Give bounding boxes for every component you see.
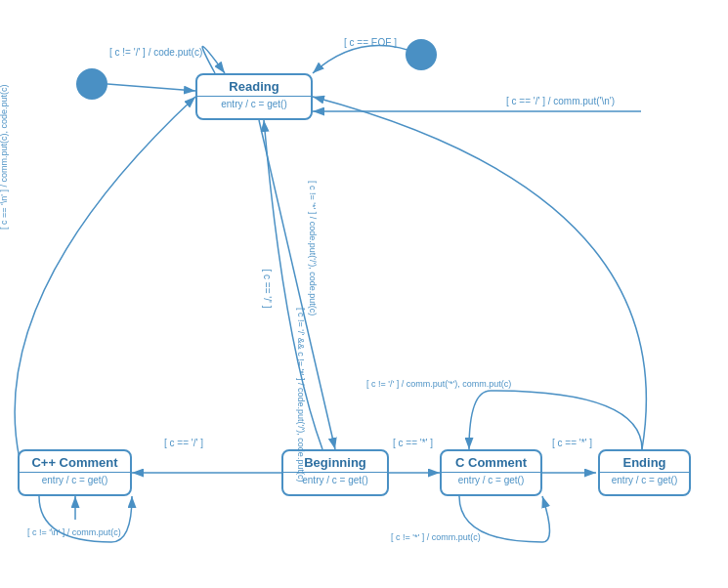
- state-c-comment: C Comment entry / c = get(): [440, 449, 542, 496]
- label-t10: [ c == '\n' ] / comm.put(c), code.put(c): [0, 85, 9, 231]
- label-t7: [ c == '*' ]: [552, 438, 592, 448]
- start-circle-2: [406, 39, 437, 70]
- label-t3: [ c == '/' ] / comm.put('\n'): [506, 96, 615, 106]
- diagram-container: Reading entry / c = get() Beginning entr…: [0, 0, 728, 588]
- arrows-svg: [0, 0, 728, 588]
- label-t13: [ c != '*' ] / code.put('/'), code.put(c…: [308, 181, 318, 315]
- start-circle-1: [76, 68, 107, 100]
- state-reading: Reading entry / c = get(): [195, 73, 313, 120]
- label-t6: [ c == '*' ]: [393, 438, 433, 448]
- label-t4: [ c == '/' ]: [262, 270, 273, 309]
- label-t8: [ c == '/' ]: [164, 438, 203, 448]
- label-t2: [ c == EOF ]: [344, 37, 397, 48]
- label-t9: [ c != '/' ] / comm.put('*'), comm.put(c…: [366, 379, 511, 389]
- label-t5: [ c != '/' && c != '*' ] / code.put('/')…: [296, 308, 306, 482]
- label-t1: [ c != '/' ] / code.put(c): [109, 47, 202, 58]
- label-t11: [ c != '\n' ] / comm.put(c): [27, 527, 121, 537]
- svg-line-1: [107, 84, 195, 91]
- label-t12: [ c != '*' ] / comm.put(c): [391, 532, 481, 542]
- state-cpp-comment: C++ Comment entry / c = get(): [18, 449, 132, 496]
- state-ending: Ending entry / c = get(): [598, 449, 691, 496]
